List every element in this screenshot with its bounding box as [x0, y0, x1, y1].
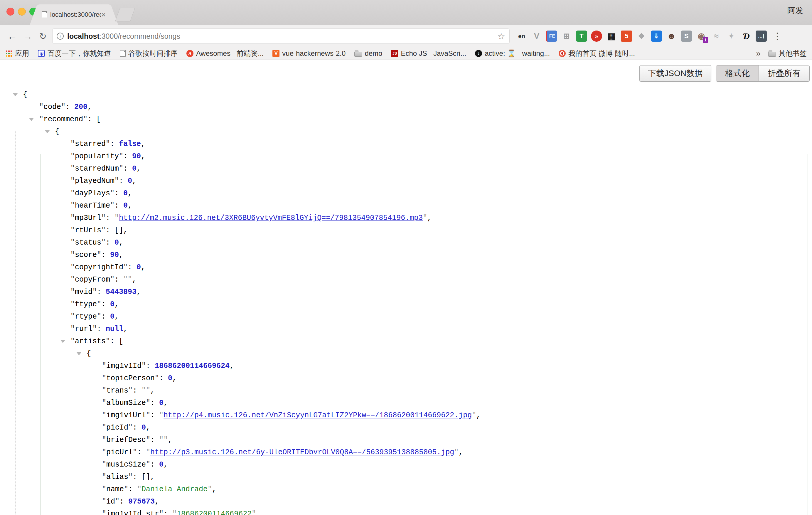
bookmark-item[interactable]: 应用	[5, 49, 29, 58]
json-url-link[interactable]: http://p3.music.126.net/6y-UleORITEDbvrO…	[150, 448, 454, 457]
toolbox-extension-icon[interactable]: …|	[756, 31, 767, 42]
monkey-extension-icon[interactable]: ◉1	[696, 31, 707, 42]
json-token-q: "	[61, 103, 65, 111]
tab-close-icon[interactable]: ×	[101, 12, 106, 18]
json-line: "ftype": 0,	[0, 298, 812, 311]
json-token-p: :	[65, 103, 74, 111]
bookmark-item[interactable]: ↓active: ⌛ - waiting...	[475, 49, 550, 58]
vimium-extension-icon[interactable]: V	[531, 31, 542, 42]
json-token-q: "	[102, 436, 106, 444]
collapse-triangle-icon[interactable]	[60, 340, 65, 343]
download-json-button[interactable]: 下载JSON数据	[639, 65, 711, 82]
bookmark-item[interactable]: 百度一下，你就知道	[38, 49, 111, 58]
json-token-k: starredNum	[75, 165, 119, 173]
json-token-n: 0	[115, 238, 119, 247]
json-token-k: starred	[75, 140, 106, 148]
json-token-q: "	[123, 263, 128, 271]
collapse-triangle-icon[interactable]	[45, 131, 50, 133]
json-token-ql: "	[142, 387, 146, 395]
json-token-q: "	[159, 510, 164, 515]
json-viewer-buttons: 下载JSON数据 格式化 折叠所有	[639, 65, 810, 82]
bookmark-label: 应用	[15, 49, 29, 58]
json-token-p: :	[128, 485, 137, 493]
translate-en-extension-icon[interactable]: en	[516, 31, 527, 42]
qr-code-extension-icon[interactable]: ▦	[606, 31, 617, 42]
json-token-p: ,	[150, 473, 155, 481]
tampermonkey-extension-icon-glyph: T	[580, 33, 583, 39]
json-token-p: :	[133, 473, 142, 481]
profile-name[interactable]: 阿发	[787, 5, 803, 16]
json-token-q: "	[70, 276, 75, 284]
json-token-q: "	[115, 497, 119, 506]
hummingbird-extension-icon[interactable]: ✦	[726, 31, 737, 42]
bookmark-item[interactable]: JSEcho JS - JavaScri...	[391, 49, 466, 58]
extension-row: enVFE⊞T»▦5❖⇓☻S◉1≈✦Ɗ…|	[516, 31, 767, 42]
window-close-button[interactable]	[6, 8, 14, 16]
json-token-p: :	[110, 337, 119, 346]
json-token-p: ,	[123, 325, 128, 333]
json-token-n: 90	[110, 251, 119, 259]
new-tab-button[interactable]	[115, 8, 135, 22]
format-button[interactable]: 格式化	[716, 65, 759, 81]
chrome-menu-icon[interactable]: ⋮	[773, 31, 782, 42]
json-url-link[interactable]: http://p4.music.126.net/VnZiScyynLG7atLI…	[164, 411, 472, 420]
back-button[interactable]: ←	[5, 31, 20, 42]
collapse-all-button[interactable]: 折叠所有	[759, 65, 809, 81]
fe-helper-extension-icon-glyph: FE	[549, 34, 555, 38]
bookmark-item[interactable]: 我的首页 微博-随时...	[559, 49, 635, 58]
json-token-n: 0	[168, 374, 172, 382]
json-line: "topicPerson": 0,	[0, 372, 812, 384]
bookmark-item[interactable]: 谷歌按时间排序	[120, 49, 178, 58]
save-to-pocket-extension-icon[interactable]: ⇓	[651, 31, 662, 42]
json-token-q: "	[115, 177, 119, 185]
collapse-triangle-icon[interactable]	[29, 118, 34, 121]
url-text[interactable]: localhost:3000/recommend/songs	[67, 32, 497, 40]
bookmark-item[interactable]: demo	[354, 49, 382, 58]
json-token-q: "	[101, 226, 106, 235]
bookmark-star-icon[interactable]: ☆	[497, 31, 505, 41]
collapse-triangle-icon[interactable]	[77, 352, 81, 355]
baidu-icon	[38, 50, 45, 57]
video-speed-extension-icon[interactable]: »	[591, 31, 602, 42]
html5-player-extension-icon[interactable]: 5	[621, 31, 632, 42]
window-minimize-button[interactable]	[18, 8, 26, 16]
json-token-ql: "	[252, 510, 256, 515]
tampermonkey-extension-icon[interactable]: T	[576, 31, 587, 42]
json-token-n: 0	[123, 189, 128, 198]
incognito-mask-extension-icon[interactable]: ☻	[666, 31, 677, 42]
bookmarks-overflow-icon[interactable]: »	[756, 49, 761, 58]
json-token-q: "	[83, 115, 87, 124]
paw-extension-icon[interactable]: ❖	[636, 31, 647, 42]
json-token-n: 0	[159, 399, 164, 407]
collapse-triangle-icon[interactable]	[13, 93, 18, 96]
bookmark-item[interactable]: AAwesomes - 前端资...	[186, 49, 264, 58]
json-token-q: "	[102, 411, 106, 420]
json-token-ql: "	[115, 214, 119, 222]
json-token-p: []	[115, 226, 123, 235]
bookmark-label: demo	[365, 49, 382, 58]
proxy-sitemap-extension-icon[interactable]: ⊞	[561, 31, 572, 42]
reload-button[interactable]: ↻	[35, 31, 51, 41]
json-token-p: []	[142, 473, 150, 481]
fe-helper-extension-icon[interactable]: FE	[546, 31, 557, 42]
json-token-n: 0	[132, 165, 137, 173]
stylish-extension-icon-glyph: S	[684, 33, 689, 39]
json-token-q: "	[102, 460, 106, 469]
dark-d-extension-icon[interactable]: Ɗ	[741, 31, 752, 42]
json-token-ql: "	[423, 214, 427, 222]
bookmark-item[interactable]: Vvue-hackernews-2.0	[272, 49, 346, 58]
json-token-ql: "	[137, 485, 142, 493]
gray-bird-extension-icon[interactable]: ≈	[711, 31, 722, 42]
stylish-extension-icon[interactable]: S	[681, 31, 692, 42]
json-token-p: :	[159, 374, 168, 382]
other-bookmarks-label[interactable]: 其他书签	[779, 49, 807, 58]
json-token-q: "	[142, 362, 146, 370]
address-bar[interactable]: i localhost:3000/recommend/songs ☆	[52, 28, 510, 44]
json-token-n: 0	[123, 201, 128, 210]
json-url-link[interactable]: http://m2.music.126.net/3XR6BU6yvtyVmFE8…	[119, 214, 423, 222]
browser-tab[interactable]: localhost:3000/recommend/so ×	[37, 4, 110, 25]
json-token-k: code	[44, 103, 61, 111]
json-token-p: ,	[146, 423, 150, 432]
site-info-icon[interactable]: i	[57, 33, 64, 40]
vimium-extension-icon-glyph: V	[534, 32, 540, 40]
